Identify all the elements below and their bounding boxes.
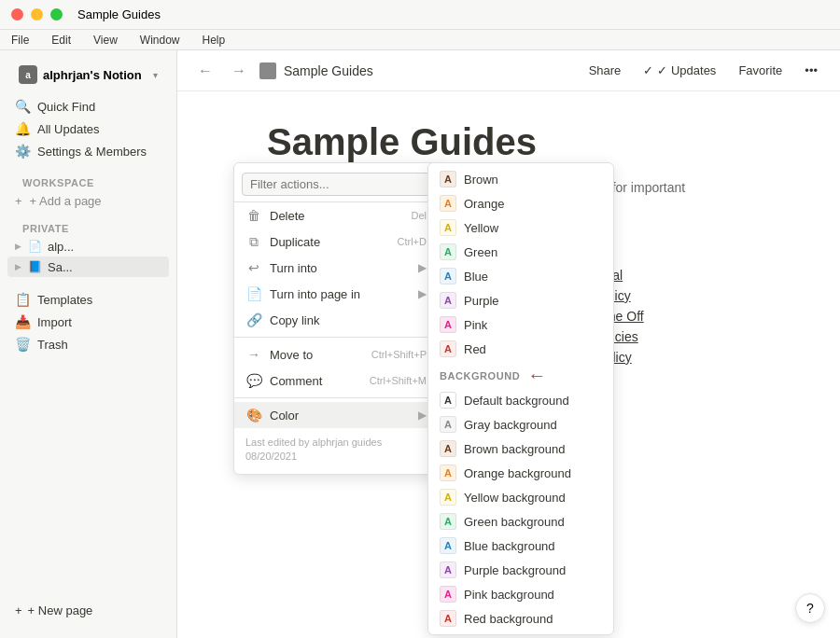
ctx-color[interactable]: 🎨 Color ▶ (234, 402, 438, 428)
ctx-divider-2 (234, 397, 438, 398)
blue-bg-swatch: A (440, 537, 456, 554)
sidebar-item-trash[interactable]: 🗑️ Trash (7, 333, 169, 355)
ctx-copy-link[interactable]: 🔗 Copy link (234, 307, 438, 333)
yellow-bg-swatch: A (440, 489, 456, 506)
sidebar-item-all-updates[interactable]: 🔔 All Updates (7, 118, 169, 140)
ctx-duplicate[interactable]: ⧉ Duplicate Ctrl+D (234, 229, 438, 255)
ctx-turn-into[interactable]: ↩ Turn into ▶ (234, 255, 438, 281)
color-purple[interactable]: A Purple (428, 288, 613, 312)
workspace-header[interactable]: a alphrjan's Notion ▾ (11, 62, 165, 88)
blue-swatch: A (440, 268, 456, 284)
color-pink[interactable]: A Pink (428, 312, 613, 337)
workspace-avatar: a (19, 65, 37, 84)
minimize-button[interactable] (31, 8, 43, 21)
yellow-swatch: A (440, 219, 456, 236)
context-menu-search[interactable] (234, 167, 438, 202)
title-bar-left: Sample Guides (11, 7, 161, 21)
color-green-bg[interactable]: A Green background (428, 509, 613, 534)
green-swatch: A (440, 243, 456, 260)
sidebar-add-page[interactable]: + + Add a page (7, 190, 169, 212)
color-brown[interactable]: A Brown (428, 167, 613, 191)
trash-icon: 🗑️ (15, 337, 30, 352)
ctx-divider-1 (234, 337, 438, 338)
expand-icon: ▶ (15, 242, 21, 251)
workspace-section: a alphrjan's Notion ▾ (0, 58, 176, 91)
ctx-move-to-left: → Move to (245, 346, 313, 363)
turn-into-page-arrow-icon: ▶ (418, 287, 427, 300)
color-gray-bg[interactable]: A Gray background (428, 412, 613, 437)
background-section-header: BACKGROUND ← (428, 361, 613, 388)
menu-edit[interactable]: Edit (48, 32, 75, 49)
menu-view[interactable]: View (90, 32, 121, 49)
sidebar-page-sample-guides[interactable]: ▶ 📘 Sa... (7, 257, 169, 277)
color-orange[interactable]: A Orange (428, 191, 613, 215)
sidebar-item-settings[interactable]: ⚙️ Settings & Members (7, 140, 169, 162)
menu-help[interactable]: Help (199, 32, 230, 49)
color-orange-bg[interactable]: A Orange background (428, 461, 613, 485)
background-arrow-icon: ← (527, 365, 546, 386)
maximize-button[interactable] (50, 8, 63, 21)
color-default-bg[interactable]: A Default background (428, 388, 613, 412)
ctx-turn-into-page[interactable]: 📄 Turn into page in ▶ (234, 281, 438, 307)
workspace-label: WORKSPACE (7, 170, 169, 190)
page-icon-alphrjan: 📄 (27, 239, 42, 254)
color-green[interactable]: A Green (428, 240, 613, 264)
sidebar-item-import[interactable]: 📥 Import (7, 311, 169, 333)
orange-bg-swatch: A (440, 465, 456, 481)
color-blue[interactable]: A Blue (428, 264, 613, 288)
pink-bg-swatch: A (440, 586, 456, 603)
gray-bg-swatch: A (440, 416, 456, 433)
turn-into-icon: ↩ (245, 259, 262, 276)
green-bg-swatch: A (440, 513, 456, 530)
delete-icon: 🗑 (245, 207, 262, 224)
sidebar-bottom: + + New page (0, 590, 176, 631)
comment-icon: 💬 (245, 372, 262, 389)
page-icon-sample-guides: 📘 (27, 259, 42, 274)
color-arrow-icon: ▶ (418, 409, 427, 422)
brown-bg-swatch: A (440, 440, 456, 457)
color-blue-bg[interactable]: A Blue background (428, 534, 613, 558)
turn-into-page-icon: 📄 (245, 285, 262, 302)
duplicate-icon: ⧉ (245, 233, 262, 250)
menu-window[interactable]: Window (136, 32, 184, 49)
color-purple-bg[interactable]: A Purple background (428, 558, 613, 582)
ctx-move-to[interactable]: → Move to Ctrl+Shift+P (234, 341, 438, 368)
private-label: PRIVATE (7, 215, 169, 236)
copy-link-icon: 🔗 (245, 312, 262, 328)
new-page-button[interactable]: + + New page (7, 598, 169, 623)
ctx-turn-into-left: ↩ Turn into (245, 259, 317, 276)
red-swatch: A (440, 340, 456, 357)
orange-swatch: A (440, 195, 456, 212)
expand-icon: ▶ (15, 262, 21, 271)
color-red[interactable]: A Red (428, 337, 613, 361)
filter-actions-input[interactable] (242, 173, 430, 196)
background-label: BACKGROUND (440, 370, 520, 381)
sidebar-item-quick-find[interactable]: 🔍 Quick Find (7, 95, 169, 118)
color-yellow[interactable]: A Yellow (428, 215, 613, 240)
color-pink-bg[interactable]: A Pink background (428, 582, 613, 606)
turn-into-arrow-icon: ▶ (418, 261, 427, 274)
ctx-comment[interactable]: 💬 Comment Ctrl+Shift+M (234, 368, 438, 394)
app-title: Sample Guides (77, 7, 161, 21)
ctx-delete[interactable]: 🗑 Delete Del (234, 202, 438, 229)
color-brown-bg[interactable]: A Brown background (428, 437, 613, 461)
last-edited: Last edited by alphrjan guides 08/20/202… (234, 428, 438, 470)
title-bar: Sample Guides (0, 0, 840, 30)
ctx-delete-left: 🗑 Delete (245, 207, 305, 224)
context-menu-overlay: 🗑 Delete Del ⧉ Duplicate Ctrl+D ↩ Turn (177, 50, 840, 638)
main-content: ← → Sample Guides Share ✓ ✓ Updates Favo… (177, 50, 840, 638)
sidebar-item-templates[interactable]: 📋 Templates (7, 288, 169, 311)
menu-file[interactable]: File (7, 32, 33, 49)
purple-swatch: A (440, 292, 456, 309)
color-red-bg[interactable]: A Red background (428, 606, 613, 631)
workspace-tools: 📋 Templates 📥 Import 🗑️ Trash (0, 284, 176, 359)
ctx-duplicate-left: ⧉ Duplicate (245, 233, 320, 250)
sidebar-page-alphrjan[interactable]: ▶ 📄 alp... (7, 236, 169, 257)
default-bg-swatch: A (440, 392, 456, 409)
purple-bg-swatch: A (440, 562, 456, 578)
workspace-name: alphrjan's Notion (43, 68, 147, 82)
color-yellow-bg[interactable]: A Yellow background (428, 485, 613, 509)
plus-new-icon: + (15, 603, 22, 617)
brown-swatch: A (440, 171, 456, 187)
close-button[interactable] (11, 8, 23, 21)
